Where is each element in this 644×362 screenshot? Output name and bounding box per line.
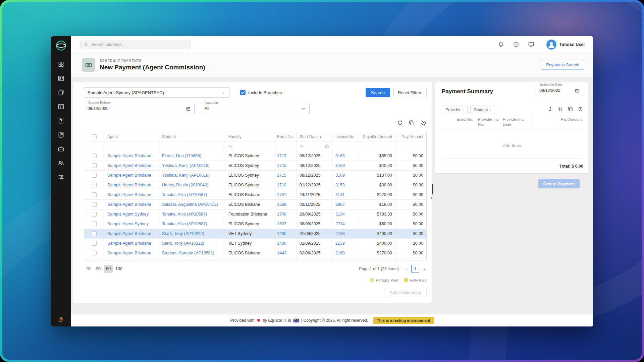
cell-invoice-no[interactable]: 2139: [332, 239, 359, 248]
cell-agent[interactable]: Sample Agent Sydney: [104, 219, 159, 229]
row-checkbox[interactable]: [84, 209, 104, 219]
started-before-field[interactable]: Started Before 08/12/2025: [84, 103, 195, 114]
table-row[interactable]: Sample Agent BrisbaneYoshida, Kenji (AP1…: [84, 171, 426, 180]
row-checkbox[interactable]: [84, 190, 104, 200]
current-page-button[interactable]: 1: [411, 265, 419, 273]
row-checkbox[interactable]: [84, 161, 104, 171]
cell-agent[interactable]: Sample Agent Brisbane: [104, 180, 159, 190]
user-menu[interactable]: Tutorial User: [546, 40, 585, 50]
cell-agent[interactable]: Sample Agent Brisbane: [104, 248, 159, 258]
filter-cell-start-date[interactable]: [297, 141, 332, 151]
student-search-box[interactable]: [80, 40, 191, 49]
cell-invoice-no[interactable]: 3141: [332, 190, 359, 200]
filter-cell-pay-amount[interactable]: [395, 141, 426, 151]
history-icon[interactable]: [420, 120, 427, 126]
row-checkbox[interactable]: [84, 248, 104, 258]
cell-invoice-no[interactable]: 2734: [332, 219, 359, 229]
billing-icon[interactable]: [58, 117, 64, 124]
cell-student[interactable]: Haney, Dustin (2018043): [159, 180, 225, 190]
sort-by-provider-button[interactable]: Provider ↑: [442, 106, 468, 114]
cell-enrol-no[interactable]: 1669: [274, 200, 297, 209]
location-select[interactable]: Location All: [201, 103, 310, 114]
cell-student[interactable]: Salazar, Augustina (AP10413): [159, 200, 225, 209]
search-input[interactable]: [91, 42, 187, 47]
table-row[interactable]: Sample Agent BrisbaneRussell, Sam (20180…: [84, 258, 426, 260]
cell-student[interactable]: Tanaka, Aiko (AP10587): [159, 209, 225, 219]
next-page-icon[interactable]: ›: [422, 266, 427, 272]
cell-invoice-no[interactable]: 3169: [332, 171, 359, 180]
row-checkbox[interactable]: [84, 239, 104, 248]
column-header-enrol-no[interactable]: Enrol No.: [274, 132, 297, 141]
dashboard-icon[interactable]: [58, 61, 64, 68]
prev-page-icon[interactable]: ‹: [404, 266, 409, 272]
row-checkbox[interactable]: [84, 258, 104, 260]
column-header-faculty[interactable]: Faculty: [225, 132, 274, 141]
cell-agent[interactable]: Sample Agent Brisbane: [104, 200, 159, 209]
history-icon[interactable]: [578, 106, 583, 112]
select-all-checkbox[interactable]: [84, 132, 104, 141]
cell-agent[interactable]: Sample Agent Brisbane: [104, 161, 159, 171]
page-size-10[interactable]: 10: [84, 265, 93, 273]
copy-columns-icon[interactable]: [409, 120, 415, 126]
cell-enrol-no[interactable]: 1713: [274, 151, 297, 161]
cell-student[interactable]: Student, Sample (AP10501): [159, 248, 225, 258]
table-row[interactable]: Sample Agent BrisbaneYoshida, Kenji (AP1…: [84, 161, 426, 171]
cell-enrol-no[interactable]: 1443: [274, 248, 297, 258]
cell-student[interactable]: Yoshida, Kenji (AP10618): [159, 171, 225, 180]
table-row[interactable]: Sample Agent BrisbaneSalazar, Augustina …: [84, 200, 426, 209]
payments-search-button[interactable]: Payments Search: [541, 60, 584, 70]
cell-enrol-no[interactable]: 1715: [274, 171, 297, 180]
cell-student[interactable]: Tanaka, Aiko (AP10587): [159, 219, 225, 229]
row-checkbox[interactable]: [84, 151, 104, 161]
screen-share-icon[interactable]: [528, 41, 534, 48]
tutorial-touch-icon[interactable]: [51, 316, 71, 323]
cell-invoice-no[interactable]: 2168: [332, 248, 359, 258]
filter-calendar-icon[interactable]: [325, 144, 329, 148]
cell-invoice-no[interactable]: 3153: [332, 180, 359, 190]
cell-student[interactable]: Stark, Tony (AP10222): [159, 239, 225, 248]
column-header-student[interactable]: Student: [159, 132, 225, 141]
documents-icon[interactable]: [58, 89, 64, 96]
cell-enrol-no[interactable]: 1715: [274, 161, 297, 171]
filter-cell-student[interactable]: [159, 141, 225, 151]
page-size-100[interactable]: 100: [114, 265, 124, 273]
page-size-50[interactable]: 50: [104, 265, 113, 273]
copy-columns-icon[interactable]: [568, 106, 573, 112]
row-checkbox[interactable]: [84, 180, 104, 190]
filter-cell-enrol-no[interactable]: [274, 141, 297, 151]
briefcase-icon[interactable]: [58, 145, 64, 152]
table-row[interactable]: Sample Agent SydneyTanaka, Aiko (AP10587…: [84, 209, 426, 219]
column-header-invoice-no[interactable]: Invoice No.: [332, 132, 359, 141]
table-row[interactable]: Sample Agent BrisbaneTanaka, Aiko (AP105…: [84, 190, 426, 200]
contacts-icon[interactable]: [58, 75, 64, 82]
cell-invoice-no[interactable]: 3169: [332, 161, 359, 171]
cell-agent[interactable]: Sample Agent Sydney: [104, 209, 159, 219]
table-row[interactable]: Sample Agent BrisbaneStark, Tony (AP1022…: [84, 229, 426, 239]
filter-cell-invoice-no[interactable]: [332, 141, 359, 151]
row-checkbox[interactable]: [84, 219, 104, 229]
cell-enrol-no[interactable]: 1710: [274, 180, 297, 190]
cell-agent[interactable]: Sample Agent Brisbane: [104, 151, 159, 161]
sort-by-student-button[interactable]: Student ↑: [470, 106, 495, 114]
add-to-summary-button[interactable]: Add to Summary: [384, 288, 427, 297]
page-size-20[interactable]: 20: [94, 265, 103, 273]
cell-student[interactable]: Russell, Sam (2018008): [159, 258, 225, 260]
filter-cell-payable-amount[interactable]: [359, 141, 395, 151]
search-button[interactable]: Search: [366, 88, 390, 97]
cell-invoice-no[interactable]: 2138: [332, 229, 359, 239]
cell-enrol-no[interactable]: 1430: [274, 239, 297, 248]
cell-agent[interactable]: Sample Agent Brisbane: [104, 190, 159, 200]
column-header-agent[interactable]: Agent: [104, 132, 159, 141]
settings-icon[interactable]: [58, 174, 64, 180]
cell-agent[interactable]: Sample Agent Brisbane: [104, 239, 159, 248]
row-checkbox[interactable]: [84, 200, 104, 209]
cell-student[interactable]: Fierce, Don (110658): [159, 151, 225, 161]
calendar-icon[interactable]: [575, 88, 580, 93]
schedule-date-field[interactable]: Schedule Date 08/12/2025: [536, 85, 583, 96]
tables-icon[interactable]: [58, 103, 64, 110]
table-row[interactable]: Sample Agent SydneyTanaka, Aiko (AP10587…: [84, 219, 426, 229]
cell-enrol-no[interactable]: 1707: [274, 190, 297, 200]
cell-enrol-no[interactable]: 1637: [274, 219, 297, 229]
help-icon[interactable]: ?: [513, 41, 519, 48]
cell-agent[interactable]: Sample Agent Brisbane: [104, 258, 159, 260]
